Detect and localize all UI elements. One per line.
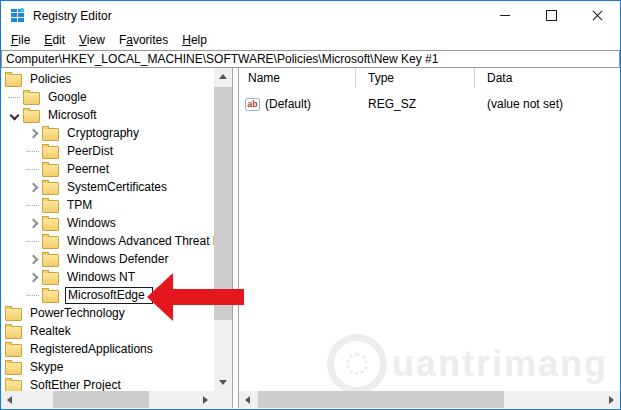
tree-pane: PoliciesGoogleMicrosoftCryptographyPeerD… — [1, 68, 232, 408]
minimize-button[interactable] — [482, 1, 528, 30]
tree-item-label: PeerDist — [64, 144, 116, 158]
tree-vertical-scrollbar[interactable] — [214, 68, 232, 391]
tree-item-peerdist[interactable]: PeerDist — [1, 142, 214, 160]
panes-container: PoliciesGoogleMicrosoftCryptographyPeerD… — [1, 68, 620, 408]
menu-file[interactable]: File — [4, 31, 37, 49]
menu-favorites[interactable]: Favorites — [112, 31, 175, 49]
tree-item-systemcertificates[interactable]: SystemCertificates — [1, 178, 214, 196]
horizontal-scroll-thumb[interactable] — [258, 391, 504, 408]
tree-connector — [27, 241, 39, 242]
tree-item-softether-project[interactable]: SoftEther Project — [1, 376, 214, 391]
menu-help[interactable]: Help — [175, 31, 214, 49]
tree-item-label: Peernet — [64, 162, 112, 176]
scroll-left-arrow[interactable] — [239, 391, 256, 408]
column-header-name[interactable]: Name — [239, 68, 356, 88]
menu-view[interactable]: View — [72, 31, 112, 49]
tree-item-windows-defender[interactable]: Windows Defender — [1, 250, 214, 268]
vertical-scroll-thumb[interactable] — [214, 87, 232, 320]
triangle-right-icon — [609, 396, 614, 404]
tree-item-label: SystemCertificates — [64, 180, 170, 194]
pane-splitter[interactable] — [232, 68, 239, 408]
chevron-right-icon[interactable] — [28, 272, 38, 282]
tree-item-cryptography[interactable]: Cryptography — [1, 124, 214, 142]
horizontal-scroll-thumb[interactable] — [53, 391, 149, 408]
folder-icon — [5, 380, 22, 392]
tree-item-label: RegisteredApplications — [27, 342, 156, 356]
key-rename-input[interactable]: MicrosoftEdge — [65, 287, 153, 304]
maximize-button[interactable] — [528, 1, 574, 30]
registry-editor-window: Registry Editor FileEditViewFavoritesHel… — [0, 0, 621, 410]
tree-item-windows[interactable]: Windows — [1, 214, 214, 232]
column-header-type[interactable]: Type — [356, 68, 475, 88]
folder-icon — [42, 218, 59, 231]
chevron-down-icon[interactable] — [9, 110, 19, 120]
title-bar: Registry Editor — [1, 1, 620, 30]
tree-item-policies[interactable]: Policies — [1, 70, 214, 88]
tree-item-label: Cryptography — [64, 126, 142, 140]
tree-item-microsoft[interactable]: Microsoft — [1, 106, 214, 124]
watermark-text: uantrimang — [392, 346, 608, 382]
tree-item-label: Skype — [27, 360, 66, 374]
folder-icon — [23, 92, 40, 105]
triangle-right-icon — [203, 396, 208, 404]
registry-tree: PoliciesGoogleMicrosoftCryptographyPeerD… — [1, 70, 214, 391]
red-arrow-icon — [147, 273, 173, 321]
close-icon — [592, 10, 603, 21]
chevron-right-icon[interactable] — [28, 128, 38, 138]
scrollbar-corner — [214, 391, 232, 408]
address-bar[interactable]: Computer\HKEY_LOCAL_MACHINE\SOFTWARE\Pol… — [1, 50, 620, 68]
tree-item-label: Windows Defender — [64, 252, 171, 266]
tree-connector — [27, 205, 39, 206]
folder-icon — [23, 110, 40, 123]
chevron-right-icon[interactable] — [28, 182, 38, 192]
tree-item-peernet[interactable]: Peernet — [1, 160, 214, 178]
tree-item-windows-advanced-threat-pr[interactable]: Windows Advanced Threat Pr — [1, 232, 214, 250]
scroll-up-arrow[interactable] — [214, 68, 232, 85]
folder-icon — [5, 326, 22, 339]
triangle-down-icon — [219, 380, 227, 385]
tree-item-label: TPM — [64, 198, 95, 212]
value-type: REG_SZ — [356, 97, 475, 111]
tree-item-label: PowerTechnology — [27, 306, 128, 320]
tree-item-realtek[interactable]: Realtek — [1, 322, 214, 340]
tree-connector — [27, 151, 39, 152]
folder-icon — [42, 290, 59, 303]
tree-connector — [8, 97, 20, 98]
scroll-right-arrow[interactable] — [197, 391, 214, 408]
tree-item-powertechnology[interactable]: PowerTechnology — [1, 304, 214, 322]
scroll-right-arrow[interactable] — [603, 391, 620, 408]
tree-item-tpm[interactable]: TPM — [1, 196, 214, 214]
folder-icon — [42, 146, 59, 159]
scroll-left-arrow[interactable] — [1, 391, 18, 408]
menu-edit[interactable]: Edit — [37, 31, 72, 49]
tree-item-skype[interactable]: Skype — [1, 358, 214, 376]
values-pane: uantrimang Name Type Data ab (Default) R… — [239, 68, 620, 408]
tree-connector — [27, 295, 39, 296]
column-header-data[interactable]: Data — [475, 68, 620, 88]
folder-icon — [5, 344, 22, 357]
folder-icon — [42, 236, 59, 249]
folder-icon — [42, 182, 59, 195]
tree-connector — [27, 169, 39, 170]
triangle-left-icon — [245, 396, 250, 404]
maximize-icon — [546, 10, 557, 21]
chevron-right-icon[interactable] — [28, 218, 38, 228]
chevron-right-icon[interactable] — [28, 254, 38, 264]
folder-icon — [5, 74, 22, 87]
folder-icon — [42, 272, 59, 285]
list-horizontal-scrollbar[interactable] — [239, 391, 620, 408]
triangle-left-icon — [7, 396, 12, 404]
tree-item-google[interactable]: Google — [1, 88, 214, 106]
tree-horizontal-scrollbar[interactable] — [1, 391, 214, 408]
tree-item-label: Windows NT — [64, 270, 138, 284]
tree-item-label: Windows — [64, 216, 119, 230]
tree-item-registeredapplications[interactable]: RegisteredApplications — [1, 340, 214, 358]
folder-icon — [42, 164, 59, 177]
value-name: (Default) — [265, 97, 311, 111]
tree-item-windows-nt[interactable]: Windows NT — [1, 268, 214, 286]
close-button[interactable] — [574, 1, 620, 30]
scroll-down-arrow[interactable] — [214, 374, 232, 391]
value-row-default[interactable]: ab (Default) REG_SZ (value not set) — [239, 95, 620, 113]
window-title: Registry Editor — [33, 9, 112, 23]
tree-item-label: Policies — [27, 72, 74, 86]
